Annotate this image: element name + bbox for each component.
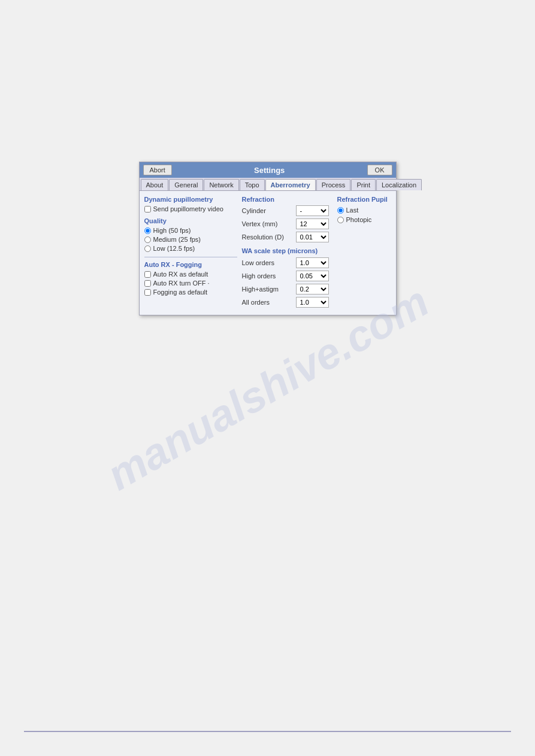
abort-button[interactable]: Abort bbox=[143, 165, 172, 175]
auto-rx-default-row: Auto RX as default bbox=[144, 271, 237, 278]
refraction-pupil-header: Refraction Pupil bbox=[337, 196, 391, 203]
tab-general[interactable]: General bbox=[169, 179, 203, 190]
pupil-last-label: Last bbox=[346, 207, 359, 214]
refraction-header: Refraction bbox=[242, 196, 333, 203]
quality-high-radio[interactable] bbox=[144, 227, 151, 234]
vertex-row: Vertex (mm) 12 bbox=[242, 218, 333, 229]
resolution-row: Resolution (D) 0.01 bbox=[242, 232, 333, 242]
all-orders-select[interactable]: 1.0 bbox=[296, 297, 329, 308]
divider bbox=[144, 257, 237, 257]
tab-network[interactable]: Network bbox=[204, 179, 238, 190]
tab-aberrometry[interactable]: Aberrometry bbox=[265, 179, 316, 190]
pupil-photopic-radio[interactable] bbox=[337, 217, 344, 223]
fogging-default-checkbox[interactable] bbox=[144, 289, 151, 296]
fogging-default-row: Fogging as default bbox=[144, 289, 237, 296]
high-astigm-row: High+astigm 0.2 bbox=[242, 284, 333, 294]
ok-button[interactable]: OK bbox=[367, 165, 392, 175]
low-orders-label: Low orders bbox=[242, 259, 296, 266]
pupil-last-radio[interactable] bbox=[337, 207, 344, 214]
send-pupillometry-checkbox[interactable] bbox=[144, 206, 151, 212]
cylinder-row: Cylinder - bbox=[242, 205, 333, 216]
auto-rx-header: Auto RX - Fogging bbox=[144, 261, 237, 268]
quality-medium-row: Medium (25 fps) bbox=[144, 236, 237, 243]
tab-print[interactable]: Print bbox=[351, 179, 376, 190]
middle-column: Refraction Cylinder - Vertex (mm) 12 bbox=[242, 196, 333, 310]
auto-rx-default-label: Auto RX as default bbox=[153, 271, 208, 278]
high-astigm-label: High+astigm bbox=[242, 286, 296, 293]
fogging-default-label: Fogging as default bbox=[153, 289, 208, 296]
send-pupillometry-label: Send pupillometry video bbox=[153, 205, 223, 212]
dialog-titlebar: Abort Settings OK bbox=[140, 162, 396, 178]
all-orders-label: All orders bbox=[242, 299, 296, 306]
low-orders-row: Low orders 1.0 bbox=[242, 257, 333, 268]
tab-topo[interactable]: Topo bbox=[240, 179, 265, 190]
all-orders-row: All orders 1.0 bbox=[242, 297, 333, 308]
pupil-last-row: Last bbox=[337, 207, 391, 214]
vertex-label: Vertex (mm) bbox=[242, 220, 296, 227]
cylinder-label: Cylinder bbox=[242, 207, 296, 214]
tab-process[interactable]: Process bbox=[316, 179, 351, 190]
high-orders-label: High orders bbox=[242, 272, 296, 280]
pupil-photopic-label: Photopic bbox=[346, 216, 372, 223]
right-column: Refraction Pupil Last Photopic bbox=[337, 196, 391, 310]
auto-rx-default-checkbox[interactable] bbox=[144, 271, 151, 278]
dialog-content: Dynamic pupillometry Send pupillometry v… bbox=[140, 191, 396, 315]
high-orders-row: High orders 0.05 bbox=[242, 271, 333, 281]
quality-low-row: Low (12.5 fps) bbox=[144, 245, 237, 252]
page-background: manualshive.com Abort Settings OK About … bbox=[0, 0, 535, 756]
quality-low-radio[interactable] bbox=[144, 245, 151, 252]
auto-rx-section: Auto RX - Fogging Auto RX as default Aut… bbox=[144, 261, 237, 296]
high-astigm-select[interactable]: 0.2 bbox=[296, 284, 329, 294]
quality-low-label: Low (12.5 fps) bbox=[153, 245, 195, 252]
wa-scale-header: WA scale step (microns) bbox=[242, 247, 333, 254]
quality-section: Quality High (50 fps) Medium (25 fps) Lo… bbox=[144, 217, 237, 252]
tabs-bar: About General Network Topo Aberrometry P… bbox=[140, 178, 396, 191]
quality-medium-radio[interactable] bbox=[144, 236, 151, 243]
dynamic-pupillometry-header: Dynamic pupillometry bbox=[144, 196, 237, 203]
send-pupillometry-row: Send pupillometry video bbox=[144, 205, 237, 212]
auto-rx-off-label: Auto RX turn OFF · bbox=[153, 280, 210, 287]
settings-dialog: Abort Settings OK About General Network … bbox=[139, 162, 397, 315]
auto-rx-off-row: Auto RX turn OFF · bbox=[144, 280, 237, 287]
low-orders-select[interactable]: 1.0 bbox=[296, 257, 329, 268]
quality-high-row: High (50 fps) bbox=[144, 227, 237, 234]
quality-high-label: High (50 fps) bbox=[153, 227, 191, 234]
auto-rx-off-checkbox[interactable] bbox=[144, 280, 151, 287]
dialog-title: Settings bbox=[177, 166, 362, 175]
quality-medium-label: Medium (25 fps) bbox=[153, 236, 201, 243]
high-orders-select[interactable]: 0.05 bbox=[296, 271, 329, 281]
bottom-divider bbox=[24, 731, 511, 732]
refraction-section: Refraction Cylinder - Vertex (mm) 12 bbox=[242, 196, 333, 242]
quality-header: Quality bbox=[144, 217, 237, 224]
pupil-photopic-row: Photopic bbox=[337, 216, 391, 223]
vertex-select[interactable]: 12 bbox=[296, 218, 329, 229]
tab-about[interactable]: About bbox=[141, 179, 169, 190]
resolution-label: Resolution (D) bbox=[242, 233, 296, 241]
tab-localization[interactable]: Localization bbox=[376, 179, 422, 190]
left-column: Dynamic pupillometry Send pupillometry v… bbox=[144, 196, 237, 310]
cylinder-select[interactable]: - bbox=[296, 205, 329, 216]
resolution-select[interactable]: 0.01 bbox=[296, 232, 329, 242]
